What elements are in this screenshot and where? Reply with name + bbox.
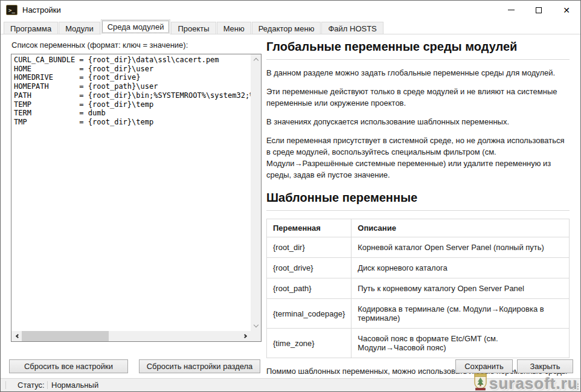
window-title: Настройки — [22, 5, 61, 14]
tab-menu[interactable]: Меню — [217, 22, 251, 34]
save-button[interactable]: Сохранить — [455, 359, 513, 373]
scroll-right-button[interactable] — [240, 331, 251, 341]
status-bar: Статус: Нормальный — [1, 378, 580, 391]
scroll-down-button[interactable] — [251, 321, 261, 331]
info-panel: Глобальные переменные среды модулей В да… — [266, 39, 570, 392]
statusbar-separator — [47, 381, 48, 389]
table-cell-var: {root_drive} — [267, 258, 351, 278]
close-dialog-button[interactable]: Закрыть — [517, 359, 573, 373]
close-icon: ✕ — [563, 6, 570, 14]
section-heading: Глобальные переменные среды модулей — [266, 39, 570, 60]
vertical-scrollbar[interactable] — [251, 54, 261, 331]
table-cell-desc: Диск корневого каталога — [351, 258, 570, 278]
table-header-row: Переменная Описание — [267, 219, 570, 237]
status-value: Нормальный — [51, 381, 98, 390]
chevron-left-icon — [15, 334, 19, 338]
table-cell-var: {root_path} — [267, 278, 351, 299]
window-controls: ✕ — [497, 1, 580, 19]
paragraph-4: Если переменная присутствует в системной… — [266, 135, 570, 181]
resize-grip[interactable] — [577, 388, 579, 390]
table-row: {terminal_codepage} Кодировка в терминал… — [267, 299, 570, 329]
tab-fail-hosts[interactable]: Файл HOSTS — [321, 22, 383, 34]
variables-editor[interactable]: CURL_CA_BUNDLE = {root_dir}\data\ssl\cac… — [11, 54, 262, 342]
horizontal-scroll-thumb[interactable] — [22, 331, 109, 341]
maximize-button[interactable] — [525, 1, 553, 19]
template-variables-table: Переменная Описание {root_dir} Корневой … — [266, 219, 570, 358]
table-cell-desc: Путь к корневому каталогу Open Server Pa… — [351, 278, 570, 299]
minimize-button[interactable] — [497, 1, 525, 19]
tab-programma[interactable]: Программа — [4, 22, 58, 34]
scroll-left-button[interactable] — [11, 331, 22, 341]
column-header-variable: Переменная — [267, 219, 351, 237]
close-button[interactable]: ✕ — [553, 1, 580, 19]
title-bar: >_ Настройки ✕ — [1, 1, 580, 19]
tab-redaktor-menu[interactable]: Редактор меню — [252, 22, 321, 34]
chevron-down-icon — [253, 323, 258, 327]
paragraph-3: В значениях допускается использование ша… — [266, 116, 570, 127]
chevron-right-icon — [242, 334, 246, 338]
template-vars-heading: Шаблонные переменные — [266, 190, 570, 211]
variables-list-label: Список переменных (формат: ключ = значен… — [11, 40, 188, 50]
terminal-icon: >_ — [6, 5, 18, 15]
table-row: {time_zone} Часовой пояс в формате Etc/G… — [267, 329, 570, 358]
tab-bar: Программа Модули Среда модулей Проекты М… — [1, 19, 580, 34]
minimize-icon — [508, 10, 515, 10]
settings-window: >_ Настройки ✕ Программа Модули Среда мо… — [0, 0, 581, 392]
reset-section-settings-button[interactable]: Сбросить настройки раздела — [139, 359, 260, 373]
scrollbar-corner — [251, 331, 261, 341]
table-cell-var: {terminal_codepage} — [267, 299, 351, 329]
reset-all-settings-button[interactable]: Сбросить все настройки — [9, 359, 128, 373]
tab-sreda-modulei[interactable]: Среда модулей — [101, 19, 171, 34]
statusbar-separator — [5, 381, 6, 389]
variables-editor-content[interactable]: CURL_CA_BUNDLE = {root_dir}\data\ssl\cac… — [11, 54, 251, 331]
column-header-description: Описание — [351, 219, 570, 237]
tab-moduli[interactable]: Модули — [59, 22, 100, 34]
tab-proekty[interactable]: Проекты — [171, 22, 216, 34]
horizontal-scrollbar[interactable] — [11, 331, 251, 341]
table-row: {root_path} Путь к корневому каталогу Op… — [267, 278, 570, 299]
table-row: {root_dir} Корневой каталог Open Server … — [267, 237, 570, 258]
paragraph-1: В данном разделе можно задать глобальные… — [266, 67, 570, 79]
maximize-icon — [536, 7, 542, 13]
table-cell-var: {root_dir} — [267, 237, 351, 258]
table-cell-desc: Корневой каталог Open Server Panel (полн… — [351, 237, 570, 258]
table-row: {root_drive} Диск корневого каталога — [267, 258, 570, 278]
scroll-up-button[interactable] — [251, 54, 261, 65]
paragraph-2: Эти переменные действуют только в среде … — [266, 86, 570, 109]
tab-baseline — [1, 34, 580, 34]
table-cell-desc: Часовой пояс в формате Etc/GMT (см. Моду… — [351, 329, 570, 358]
table-cell-var: {time_zone} — [267, 329, 351, 358]
table-cell-desc: Кодировка в терминале (см. Модули→Кодиро… — [351, 299, 570, 329]
status-label: Статус: — [18, 381, 45, 390]
chevron-up-icon — [253, 58, 258, 63]
